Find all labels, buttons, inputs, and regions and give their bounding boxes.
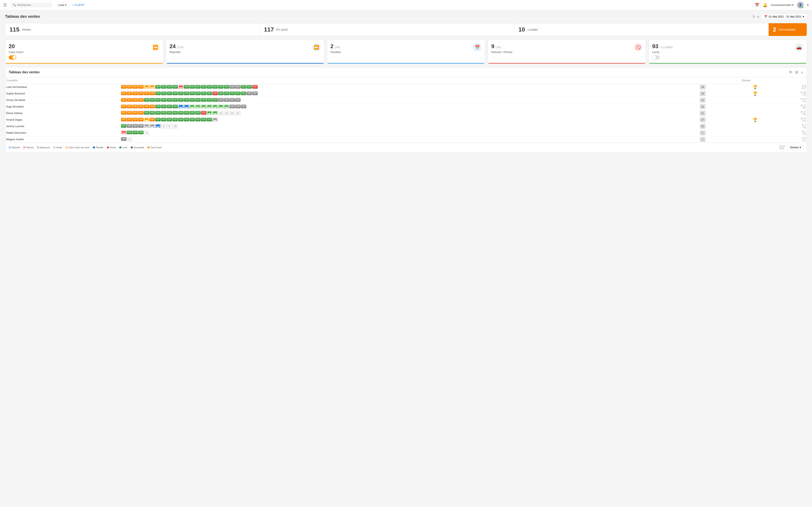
svg-point-131: [170, 94, 171, 95]
grid-icon[interactable]: ⊞: [795, 70, 798, 74]
search-input[interactable]: [17, 3, 43, 7]
table-row[interactable]: Arnaud Dugas: [5, 117, 807, 123]
stat-commandes[interactable]: 2 Commandes: [769, 23, 807, 36]
svg-point-3: [125, 88, 125, 88]
lead-dropdown[interactable]: Lead ▾: [56, 3, 69, 7]
svg-rect-385: [150, 112, 154, 113]
svg-rect-201: [133, 99, 137, 100]
svg-point-486: [196, 120, 197, 121]
svg-point-79: [233, 88, 234, 88]
card-refuses[interactable]: 🚫 9 (7%) Refusés / Perdus: [488, 40, 646, 64]
legend-label-carry-over: Carry Over: [150, 146, 162, 149]
legend-label-carry-over-non-livre: Carry Over non livré: [68, 146, 89, 149]
svg-point-54: [196, 88, 197, 88]
car-icon: [207, 105, 212, 109]
svg-point-343: [216, 107, 217, 108]
svg-rect-413: [190, 112, 194, 113]
stat-ventes-label: Ventes: [22, 28, 31, 31]
table-row[interactable]: Rafaël Desrosiers 55N: 10:3: [5, 130, 807, 136]
refresh-icon[interactable]: ↻: [753, 14, 755, 18]
svg-point-170: [224, 94, 225, 95]
car-icon: [144, 98, 149, 103]
stat-locates-label: Locates: [527, 28, 538, 31]
card-planifies[interactable]: 📅 2 (2%) Planifiés: [327, 40, 485, 64]
table-row[interactable]: Mégane Asselin 22N: 00:1: [5, 136, 807, 143]
svg-point-46: [185, 88, 186, 88]
svg-point-151: [199, 94, 200, 95]
svg-point-391: [159, 113, 160, 114]
card-reportes[interactable]: ⏩ 24 (21%) Reportés: [166, 40, 324, 64]
car-icon: [172, 111, 178, 116]
eye-icon[interactable]: 👁: [789, 70, 793, 74]
advisor-name: Éloïse Gélinas: [6, 112, 22, 115]
svg-point-426: [207, 113, 208, 114]
dealer-selector[interactable]: Concessionnaire ▾: [771, 3, 794, 7]
svg-point-183: [245, 94, 246, 95]
car-icon: [212, 111, 218, 116]
table-row[interactable]: Hugo Brouillard: [5, 104, 807, 110]
livres-toggle[interactable]: [652, 55, 660, 60]
stat-enstock[interactable]: 117 En stock: [260, 23, 514, 36]
card-livres[interactable]: 🚗 93 / 112 (69%) Livrés: [649, 40, 807, 64]
car-wrap: [121, 92, 354, 96]
car-wrap: [121, 98, 354, 103]
division-button[interactable]: Division ▾: [788, 145, 803, 150]
svg-point-475: [182, 120, 183, 121]
stat-ventes[interactable]: 115 Ventes: [5, 23, 260, 36]
svg-point-330: [196, 107, 197, 108]
car-icon: [235, 85, 241, 89]
date-range-label: 01 Mai 2021 - 31 Mai 2021: [769, 15, 801, 18]
table-row[interactable]: Luka Normandeau: [5, 84, 807, 91]
car-icon: [167, 92, 172, 96]
svg-point-262: [219, 101, 220, 101]
bell-icon[interactable]: 🔔: [763, 3, 767, 7]
add-client-button[interactable]: + CLIENT: [72, 3, 84, 7]
svg-point-322: [185, 107, 186, 108]
table-row[interactable]: Sophie Brassard: [5, 91, 807, 97]
hamburger-icon[interactable]: ☰: [3, 3, 7, 7]
svg-point-498: [213, 120, 214, 121]
svg-rect-213: [150, 99, 154, 100]
stat-locates[interactable]: 10 Locates: [514, 23, 769, 36]
svg-point-242: [190, 101, 191, 101]
svg-point-227: [170, 101, 171, 101]
date-range-button[interactable]: 📅 01 Mai 2021 - 31 Mai 2021 ▾: [761, 13, 807, 20]
table-row[interactable]: Éloïse Gélinas: [5, 110, 807, 117]
svg-point-435: [125, 120, 125, 121]
svg-point-278: [122, 107, 123, 108]
svg-rect-177: [236, 92, 240, 94]
table-row[interactable]: Jérémy Laroche 891010N: 70:0: [5, 123, 807, 130]
svg-point-423: [205, 113, 206, 114]
chevron-up-icon[interactable]: ∧: [757, 14, 760, 18]
num-badge: 18: [218, 111, 223, 116]
car-icon: [126, 85, 132, 89]
count-badge: 21: [700, 98, 705, 103]
collapse-icon[interactable]: ∧: [801, 70, 803, 74]
car-icon: [241, 92, 246, 96]
svg-point-43: [182, 88, 183, 88]
svg-point-327: [193, 107, 194, 108]
carry-overs-toggle[interactable]: [9, 55, 16, 60]
car-icon: [218, 92, 223, 96]
svg-rect-417: [196, 112, 200, 113]
svg-point-295: [148, 107, 148, 108]
calendar-icon[interactable]: 📅: [755, 3, 759, 7]
svg-point-538: [133, 133, 134, 134]
svg-point-283: [131, 107, 131, 108]
car-icon: [167, 98, 172, 103]
advisor-name: Luka Normandeau: [6, 86, 27, 89]
car-icon: [247, 85, 252, 89]
svg-point-543: [142, 133, 143, 134]
svg-rect-69: [219, 86, 223, 87]
svg-rect-37: [173, 86, 177, 87]
car-icon: [161, 105, 166, 109]
svg-point-243: [193, 101, 194, 101]
car-icon: [218, 105, 223, 109]
table-row[interactable]: Jimmy Ste-Marie: [5, 97, 807, 104]
avatar[interactable]: 👤: [797, 2, 804, 8]
card-carry-overs[interactable]: ⏪ 20 Carry Overs: [5, 40, 163, 64]
svg-rect-393: [162, 112, 165, 113]
svg-rect-345: [219, 105, 223, 107]
svg-rect-157: [207, 92, 211, 94]
num-badge: 5: [144, 130, 149, 135]
